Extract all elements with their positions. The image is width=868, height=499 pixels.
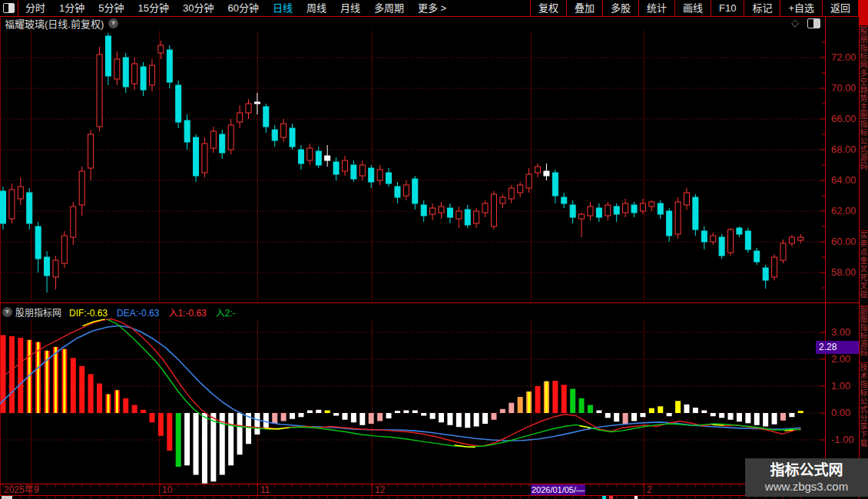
candle-body: [614, 207, 619, 214]
candle-body: [596, 208, 601, 217]
macd-bar-core: [63, 349, 65, 413]
price-axis-label: 58.00: [831, 266, 856, 278]
macd-bar: [9, 336, 15, 413]
watermark: 指标公式网 www.zbgs3.com: [745, 458, 868, 497]
trading-app-window: 分时1分钟5分钟15分钟30分钟60分钟日线周线月线多周期更多 > 复权叠加多股…: [0, 0, 868, 499]
candle-body: [465, 210, 470, 225]
candle-body-up: [675, 202, 681, 234]
candle-body-up: [149, 65, 154, 85]
candle-body: [333, 162, 339, 174]
macd-bar: [333, 413, 339, 416]
right-sidebar-strip[interactable]: 股朋指标网多空趋势主图指标公式源码买卖点金叉死叉提示副图指标源码技术指标公式分享…: [859, 0, 868, 499]
macd-bar: [701, 411, 707, 414]
date-axis-label: 10: [162, 484, 173, 495]
chart-canvas[interactable]: 72.0070.0068.0066.0064.0062.0060.0058.00…: [0, 0, 868, 499]
cutoff-marker-cyan: [602, 496, 606, 499]
candle-body: [552, 173, 558, 196]
macd-bar-core: [37, 342, 39, 413]
macd-bar: [88, 374, 94, 413]
indicator-field: DIF:-0.63: [69, 308, 108, 319]
candle-body: [1, 191, 6, 223]
candle-body: [570, 205, 575, 217]
candle-body-up: [640, 203, 645, 211]
candle-body-up: [588, 207, 593, 216]
macd-bar: [509, 403, 514, 413]
macd-bar: [298, 413, 303, 417]
macd-bar: [281, 413, 287, 421]
candle-body: [421, 205, 426, 216]
cutoff-marker-red: [609, 496, 613, 499]
candle-body: [45, 257, 50, 276]
candle-body-up: [71, 207, 76, 237]
macd-bar: [754, 413, 760, 425]
candle-body: [544, 171, 549, 176]
macd-bar: [194, 413, 199, 475]
candle-body: [141, 67, 146, 90]
candle-body: [325, 156, 330, 160]
candle-body-up: [158, 45, 164, 53]
macd-bar: [737, 413, 742, 421]
indicator-name: 股朋指标网: [15, 306, 61, 319]
macd-bar: [141, 410, 146, 413]
candle-body-up: [535, 167, 541, 173]
macd-bar: [518, 397, 523, 413]
candle-body-up: [579, 214, 585, 219]
candle-body-up: [798, 237, 803, 240]
indicator-header: ▼ 股朋指标网 DIF:-0.63DEA:-0.63入1:-0.63入2:-: [0, 305, 822, 319]
candle-body: [745, 231, 750, 250]
indicator-value-badge: 2.28: [816, 341, 862, 354]
candle-body: [184, 121, 190, 142]
macd-bar: [605, 413, 611, 418]
price-axis-label: 62.00: [831, 205, 856, 216]
macd-bar: [123, 398, 128, 413]
date-marker-badge: 2026/01/05/—: [531, 484, 585, 495]
macd-bar: [535, 386, 541, 413]
indicator-collapse-icon[interactable]: ▼: [2, 307, 12, 317]
macd-bar: [290, 413, 295, 419]
candle-body-up: [342, 160, 347, 171]
price-axis-label: 60.00: [831, 236, 856, 247]
macd-bar: [711, 413, 716, 416]
indicator-axis-label: 1.00: [831, 380, 850, 392]
candle-body-up: [53, 260, 58, 277]
candle-body-up: [114, 59, 120, 79]
price-axis-label: 72.00: [831, 51, 856, 63]
macd-bar: [263, 413, 269, 428]
candle-body-up: [281, 124, 287, 137]
macd-bar: [780, 413, 786, 421]
candle-body: [386, 173, 392, 183]
macd-bar: [439, 413, 444, 422]
candle-body-up: [772, 257, 777, 277]
date-axis-label: 11: [260, 484, 270, 495]
candle-body-up: [649, 202, 654, 207]
candle-body: [176, 85, 181, 122]
candle-body-up: [482, 203, 488, 213]
candle-body-up: [500, 197, 505, 203]
candle-body: [254, 102, 260, 104]
candle-body: [447, 208, 452, 217]
macd-bar: [97, 384, 102, 414]
candle-body-up: [246, 104, 251, 113]
macd-bar: [149, 413, 154, 422]
macd-bar: [623, 413, 628, 425]
candle-body-up: [377, 170, 383, 180]
macd-bar: [562, 385, 567, 413]
candle-body: [27, 193, 32, 223]
macd-bar: [772, 413, 777, 425]
macd-bar: [325, 411, 330, 414]
candle-body: [35, 226, 41, 259]
macd-bar: [465, 413, 470, 428]
candle-body-up: [605, 205, 611, 216]
indicator-axis-label: 0.00: [831, 407, 850, 418]
candle-body-up: [359, 165, 365, 176]
macd-bar: [71, 358, 76, 413]
macd-bar-core: [545, 382, 548, 413]
macd-bar: [377, 413, 383, 421]
macd-bar: [430, 413, 436, 419]
candle-body-up: [456, 211, 462, 219]
macd-bar: [412, 411, 418, 414]
macd-bar: [745, 413, 750, 423]
strip-vertical-text: 买卖点金叉死叉提示: [860, 230, 868, 303]
macd-bar: [167, 413, 172, 451]
indicator-field: 入1:-0.63: [168, 308, 206, 319]
